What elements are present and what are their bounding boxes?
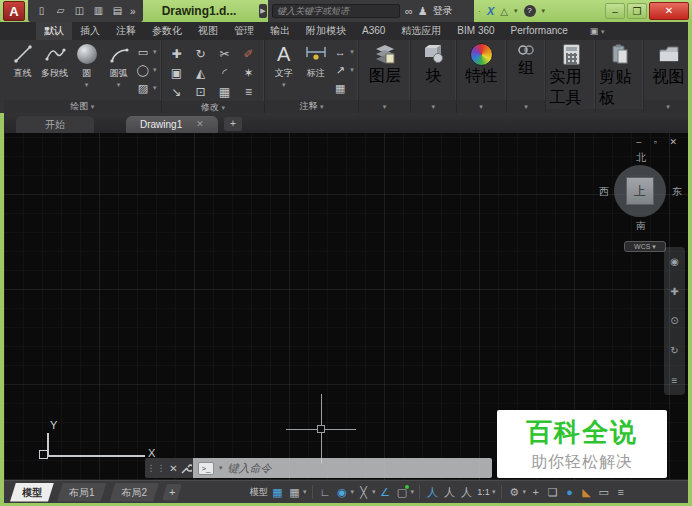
open-file-icon[interactable]: ▱ bbox=[52, 3, 69, 19]
snap-toggle-icon[interactable]: ▦ bbox=[287, 484, 302, 501]
tab-a360[interactable]: A360 bbox=[354, 22, 393, 40]
search-input[interactable]: 键入关键字或短语 bbox=[272, 4, 400, 18]
qat-more-button[interactable]: » bbox=[128, 6, 138, 17]
close-tab-icon[interactable]: ✕ bbox=[196, 116, 204, 133]
arc-button[interactable]: 圆弧 ▾ bbox=[103, 42, 134, 100]
hatch-icon[interactable]: ▨ bbox=[135, 81, 151, 96]
clipboard-button[interactable]: 剪贴板 bbox=[596, 40, 643, 109]
ribbon-display-toggle[interactable]: ▣ ▾ bbox=[586, 22, 609, 40]
model-space-toggle[interactable]: 模型 bbox=[250, 484, 268, 501]
panel-properties-footer[interactable]: ▾ bbox=[457, 100, 506, 113]
title-expand-button[interactable]: ▶ bbox=[259, 4, 267, 18]
circle-button[interactable]: 圆 ▾ bbox=[71, 42, 102, 100]
annotation-visibility-icon[interactable]: 人 bbox=[425, 484, 440, 501]
explode-icon[interactable]: ✶ bbox=[244, 66, 254, 80]
viewcube-east-label[interactable]: 东 bbox=[672, 185, 682, 199]
panel-draw-footer[interactable]: 绘图 ▾ bbox=[4, 100, 161, 113]
plot-icon[interactable]: ▤ bbox=[109, 3, 126, 19]
fillet-icon[interactable]: ◜ bbox=[222, 66, 227, 80]
polyline-button[interactable]: 多段线 bbox=[39, 42, 70, 100]
performance-monitor-icon[interactable]: ◣ bbox=[579, 484, 594, 501]
document-window-controls[interactable]: – ▫ ✕ bbox=[636, 137, 682, 147]
chevron-down-icon[interactable]: ▾ bbox=[372, 488, 376, 496]
chevron-down-icon[interactable]: ▾ bbox=[350, 66, 354, 74]
workspace-gear-icon[interactable]: ⚙ bbox=[507, 484, 522, 501]
move-icon[interactable]: ✚ bbox=[172, 47, 182, 61]
tab-annotate[interactable]: 注释 bbox=[108, 22, 144, 40]
block-button[interactable]: 块 bbox=[411, 40, 456, 100]
chevron-down-icon[interactable]: ▾ bbox=[350, 48, 354, 56]
ellipse-icon[interactable]: ◯ bbox=[135, 63, 151, 78]
tab-parametric[interactable]: 参数化 bbox=[144, 22, 190, 40]
layout-tab-layout2[interactable]: 布局2 bbox=[110, 483, 160, 502]
layers-button[interactable]: 图层 bbox=[359, 40, 410, 100]
command-close-icon[interactable]: ✕ bbox=[169, 463, 177, 474]
clean-screen-icon[interactable]: ▭ bbox=[596, 484, 611, 501]
tab-output[interactable]: 输出 bbox=[262, 22, 298, 40]
tab-addins[interactable]: 附加模块 bbox=[298, 22, 354, 40]
nav-more-icon[interactable]: ≡ bbox=[672, 375, 678, 386]
annotation-scale-icon[interactable]: 人 bbox=[459, 484, 474, 501]
copy-icon[interactable]: ▣ bbox=[171, 66, 182, 80]
maximize-button[interactable]: ❐ bbox=[627, 3, 647, 19]
isometric-drafting-icon[interactable]: ╳ bbox=[356, 484, 371, 501]
tab-featured-apps[interactable]: 精选应用 bbox=[393, 22, 449, 40]
offset-icon[interactable]: ≡ bbox=[245, 85, 252, 99]
tab-home[interactable]: 默认 bbox=[36, 22, 72, 40]
panel-block-footer[interactable]: ▾ bbox=[411, 100, 456, 113]
help-icon[interactable]: ? bbox=[524, 5, 536, 17]
scale-icon[interactable]: ⊡ bbox=[196, 85, 206, 99]
customization-menu-icon[interactable]: ≡ bbox=[613, 484, 628, 501]
chevron-down-icon[interactable]: ▾ bbox=[514, 7, 518, 15]
panel-group-footer[interactable]: ▾ bbox=[507, 100, 546, 113]
command-input-placeholder[interactable]: 键入命令 bbox=[228, 461, 272, 476]
zoom-icon[interactable]: ⊙ bbox=[670, 315, 678, 326]
rotate-icon[interactable]: ↻ bbox=[196, 47, 206, 61]
viewcube-top-face[interactable]: 上 bbox=[626, 177, 654, 205]
chevron-down-icon[interactable]: ▾ bbox=[219, 464, 223, 472]
tab-performance[interactable]: Performance bbox=[503, 22, 576, 40]
panel-view-footer[interactable]: ▾ bbox=[644, 100, 692, 113]
chevron-down-icon[interactable]: ▾ bbox=[153, 48, 157, 56]
panel-annotate-footer[interactable]: 注释 ▾ bbox=[265, 100, 358, 113]
view-button[interactable]: 视图 bbox=[644, 40, 692, 100]
wcs-dropdown[interactable]: WCS ▾ bbox=[624, 241, 666, 252]
chevron-down-icon[interactable]: ▾ bbox=[523, 488, 527, 496]
rectangle-icon[interactable]: ▭ bbox=[135, 45, 151, 60]
command-input-area[interactable]: >_ ▾ 键入命令 bbox=[193, 458, 492, 478]
save-as-icon[interactable]: ▥ bbox=[90, 3, 107, 19]
tab-manage[interactable]: 管理 bbox=[226, 22, 262, 40]
line-button[interactable]: 直线 bbox=[7, 42, 38, 100]
tab-view[interactable]: 视图 bbox=[190, 22, 226, 40]
ortho-toggle-icon[interactable]: ∟ bbox=[318, 484, 333, 501]
isolate-objects-icon[interactable]: ❏ bbox=[545, 484, 560, 501]
drawing-canvas[interactable]: – ▫ ✕ 上 北 南 西 东 WCS ▾ ◉ ✚ ⊙ ↻ ≡ Y X ⋮⋮ ✕ bbox=[4, 133, 688, 480]
annotation-scale-value[interactable]: 1:1 bbox=[476, 484, 491, 501]
properties-button[interactable]: 特性 bbox=[457, 40, 506, 100]
annotation-autoscale-icon[interactable]: 人 bbox=[442, 484, 457, 501]
trim-icon[interactable]: ✂ bbox=[220, 47, 230, 61]
table-icon[interactable]: ▦ bbox=[332, 81, 348, 96]
viewcube-south-label[interactable]: 南 bbox=[636, 219, 646, 233]
orbit-icon[interactable]: ↻ bbox=[670, 345, 678, 356]
chevron-down-icon[interactable]: ▾ bbox=[153, 84, 157, 92]
file-tab-start[interactable]: 开始 bbox=[16, 116, 94, 133]
chevron-down-icon[interactable]: ▾ bbox=[492, 488, 496, 496]
navigation-bar[interactable]: ◉ ✚ ⊙ ↻ ≡ bbox=[664, 247, 685, 395]
object-snap-icon[interactable]: ▢ bbox=[395, 484, 410, 501]
leader-icon[interactable]: ↗ bbox=[332, 63, 348, 78]
command-prompt-icon[interactable]: >_ bbox=[198, 462, 214, 475]
customize-wrench-icon[interactable] bbox=[181, 463, 192, 474]
minimize-button[interactable]: – bbox=[605, 3, 625, 19]
erase-icon[interactable]: ✐ bbox=[244, 47, 254, 61]
new-layout-button[interactable]: + bbox=[162, 484, 182, 501]
group-button[interactable]: 组 bbox=[507, 40, 546, 100]
save-file-icon[interactable]: ◫ bbox=[71, 3, 88, 19]
grid-toggle-icon[interactable]: ▦ bbox=[270, 484, 285, 501]
chevron-down-icon[interactable]: ▾ bbox=[411, 488, 415, 496]
stretch-icon[interactable]: ↘ bbox=[172, 85, 182, 99]
alert-icon[interactable]: △ bbox=[500, 6, 508, 17]
layout-tab-model[interactable]: 模型 bbox=[10, 483, 54, 502]
command-line-bar[interactable]: ⋮⋮ ✕ >_ ▾ 键入命令 bbox=[145, 458, 492, 478]
exchange-apps-icon[interactable]: X bbox=[487, 5, 494, 17]
